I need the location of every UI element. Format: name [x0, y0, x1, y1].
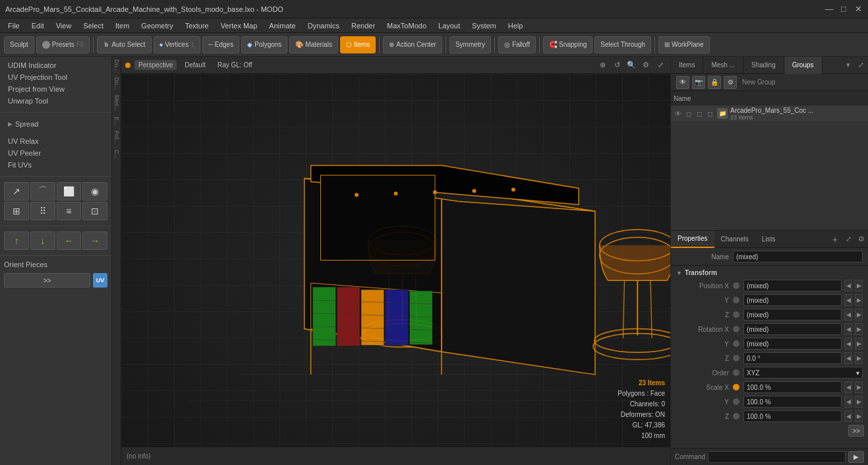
pos-z-inc[interactable]: ▶ — [855, 309, 863, 321]
arrow-left-btn[interactable]: ← — [57, 232, 82, 250]
arrow-right-btn[interactable]: → — [82, 232, 107, 250]
sidebar-udim-indicator[interactable]: UDIM Indicator — [4, 59, 107, 71]
scale-x-dec[interactable]: ◀ — [844, 381, 852, 393]
presets-button[interactable]: Presets F6 — [36, 36, 90, 53]
select-through-button[interactable]: Select Through — [594, 36, 651, 53]
menu-view[interactable]: View — [51, 20, 77, 31]
tab-items[interactable]: Items — [671, 57, 703, 74]
uv-tool-arrow[interactable]: ↗ — [4, 182, 29, 201]
group-lock-icon[interactable]: ◻ — [695, 109, 704, 118]
scale-x-inc[interactable]: ▶ — [855, 381, 863, 393]
items-button[interactable]: ⬡ Items — [340, 36, 376, 53]
rotation-y-input[interactable]: (mixed) — [743, 338, 842, 350]
snapping-button[interactable]: 🧲 Snapping — [543, 36, 593, 53]
scale-y-input[interactable]: 100.0 % — [743, 396, 842, 408]
scale-y-inc[interactable]: ▶ — [855, 396, 863, 408]
rot-y-dec[interactable]: ◀ — [844, 338, 852, 350]
menu-help[interactable]: Help — [503, 20, 529, 31]
tab-properties[interactable]: Properties — [671, 231, 714, 248]
menu-geometry[interactable]: Geometry — [136, 20, 178, 31]
position-x-input[interactable]: (mixed) — [743, 280, 842, 292]
groups-lock-btn[interactable]: 🔒 — [708, 76, 721, 89]
sculpt-button[interactable]: Sculpt — [4, 36, 34, 53]
action-center-button[interactable]: ⊕ Action Center — [383, 36, 442, 53]
viewport-canvas[interactable]: X Y Z 23 Items Polygons : Face Channels:… — [121, 74, 670, 447]
rotation-x-input[interactable]: (mixed) — [743, 323, 842, 335]
symmetry-button[interactable]: Symmetry — [449, 36, 491, 53]
expand-all-button[interactable]: >> — [4, 273, 90, 288]
uv-tool-dots[interactable]: ⠿ — [30, 202, 55, 220]
falloff-button[interactable]: ◎ Falloff — [498, 36, 536, 53]
uv-tool-alt[interactable]: ⊡ — [82, 202, 107, 220]
tab-groups[interactable]: Groups — [784, 57, 823, 74]
sidebar-fit-uvs[interactable]: Fit UVs — [4, 159, 107, 171]
uv-tag[interactable]: UV — [93, 273, 107, 288]
sidebar-uv-projection[interactable]: UV Projection Tool — [4, 71, 107, 83]
group-eye-icon[interactable]: 👁 — [674, 109, 683, 118]
viewport-icon-nav[interactable]: ⊕ — [596, 59, 608, 71]
order-dropdown[interactable]: XYZ ▾ — [743, 367, 863, 379]
viewport-style-label[interactable]: Default — [181, 60, 210, 70]
scale-x-input[interactable]: 100.0 % — [743, 381, 842, 393]
close-button[interactable]: ✕ — [854, 5, 863, 14]
sidebar-spread[interactable]: ▶ Spread — [4, 118, 107, 130]
scale-z-dec[interactable]: ◀ — [844, 410, 852, 422]
uv-tool-lines[interactable]: ≡ — [57, 202, 82, 220]
scale-z-inc[interactable]: ▶ — [855, 410, 863, 422]
edges-button[interactable]: ─ Edges — [202, 36, 239, 53]
uv-tool-cube[interactable]: ⬜ — [57, 182, 82, 201]
uv-tool-sphere[interactable]: ◉ — [82, 182, 107, 201]
menu-maxtomodo[interactable]: MaxToModo — [382, 20, 432, 31]
menu-dynamics[interactable]: Dynamics — [303, 20, 345, 31]
viewport-icon-expand[interactable]: ⤢ — [654, 59, 666, 71]
pos-y-inc[interactable]: ▶ — [855, 294, 863, 306]
menu-animate[interactable]: Animate — [264, 20, 301, 31]
sidebar-uv-peeler[interactable]: UV Peeler — [4, 147, 107, 159]
menu-system[interactable]: System — [467, 20, 502, 31]
vertices-button[interactable]: ● Vertices 1 — [154, 36, 200, 53]
groups-settings-btn[interactable]: ⚙ — [724, 76, 737, 89]
props-collapse-btn[interactable]: >> — [848, 425, 864, 437]
pos-x-dec[interactable]: ◀ — [844, 280, 852, 292]
viewport-icon-rotate[interactable]: ↺ — [611, 59, 623, 71]
name-value[interactable]: (mixed) — [733, 251, 863, 263]
viewport-mode-label[interactable]: Perspective — [134, 60, 177, 70]
props-gear-button[interactable]: ⚙ — [855, 233, 868, 246]
materials-button[interactable]: 🎨 Materials — [289, 36, 338, 53]
group-item-row[interactable]: 👁 ◻ ◻ ◻ 📁 ArcadePro_Mars_55_Coc ... 23 I… — [671, 106, 868, 121]
tab-mesh[interactable]: Mesh ... — [703, 57, 743, 74]
viewport-icon-search[interactable]: 🔍 — [625, 59, 637, 71]
group-render-icon[interactable]: ◻ — [684, 109, 693, 118]
position-z-input[interactable]: (mixed) — [743, 309, 842, 321]
menu-edit[interactable]: Edit — [26, 20, 49, 31]
groups-eye-btn[interactable]: 👁 — [676, 76, 689, 89]
props-add-button[interactable]: + — [828, 233, 842, 246]
pos-x-inc[interactable]: ▶ — [855, 280, 863, 292]
command-go-button[interactable]: ▶ — [848, 451, 864, 463]
uv-tool-cup[interactable]: ⌒ — [30, 182, 55, 201]
menu-file[interactable]: File — [3, 20, 25, 31]
workplane-button[interactable]: ⊞ WorkPlane — [658, 36, 710, 53]
menu-layout[interactable]: Layout — [433, 20, 465, 31]
maximize-button[interactable]: □ — [839, 5, 848, 14]
rot-x-inc[interactable]: ▶ — [855, 323, 863, 335]
tab-lists[interactable]: Lists — [755, 231, 782, 248]
groups-render-btn[interactable]: 📷 — [692, 76, 705, 89]
uv-tool-grid[interactable]: ⊞ — [4, 202, 29, 220]
polygons-button[interactable]: ◆ Polygons — [241, 36, 287, 53]
menu-select[interactable]: Select — [78, 20, 109, 31]
scale-y-dec[interactable]: ◀ — [844, 396, 852, 408]
menu-vertexmap[interactable]: Vertex Map — [216, 20, 263, 31]
command-input[interactable] — [708, 451, 846, 463]
rotation-z-input[interactable]: 0.0 ° — [743, 352, 842, 364]
viewport-raygl-label[interactable]: Ray GL: Off — [214, 60, 256, 70]
pos-y-dec[interactable]: ◀ — [844, 294, 852, 306]
tab-shading[interactable]: Shading — [743, 57, 784, 74]
menu-texture[interactable]: Texture — [180, 20, 214, 31]
tab-expand[interactable]: ⤢ — [854, 61, 868, 69]
rot-z-inc[interactable]: ▶ — [855, 352, 863, 364]
menu-render[interactable]: Render — [346, 20, 380, 31]
sidebar-unwrap-tool[interactable]: Unwrap Tool — [4, 95, 107, 107]
sidebar-project-from-view[interactable]: Project from View — [4, 83, 107, 95]
scale-z-input[interactable]: 100.0 % — [743, 410, 842, 422]
